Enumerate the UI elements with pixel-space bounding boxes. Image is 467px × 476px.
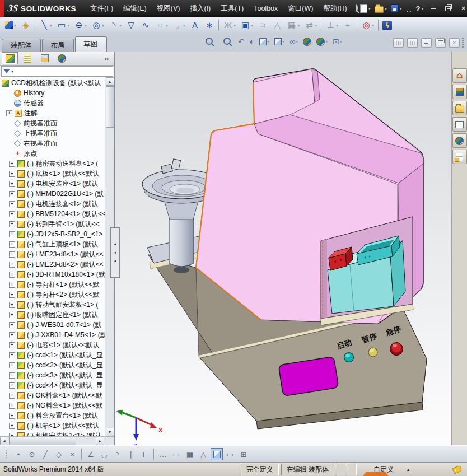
edit-appearance-button[interactable] xyxy=(301,36,313,47)
repair-sketch-button[interactable]: + xyxy=(340,18,355,32)
solidworks-resources-button[interactable]: ⌂ xyxy=(452,68,467,83)
tree-item[interactable]: History xyxy=(0,88,105,98)
tree-item[interactable]: +(-) 导向杆<1> (默认<<默 xyxy=(0,279,105,290)
view-orientation-button[interactable]: ▾ xyxy=(258,37,271,46)
taskpane-grip[interactable] xyxy=(462,38,464,48)
propertymanager-tab[interactable] xyxy=(19,52,35,64)
expand-icon[interactable]: + xyxy=(9,282,15,288)
viewport-pane-button[interactable]: ▭ xyxy=(224,448,236,460)
tree-item[interactable]: +(-) 电机连接套<1> (默认 xyxy=(0,199,105,209)
menu-item-1[interactable]: 编辑(E) xyxy=(118,0,152,17)
tree-item[interactable]: +(-) MHMD022G1U<1> (默认 xyxy=(0,189,105,199)
tree-item[interactable]: +(-) NG料盒<1> (默认<<默 xyxy=(0,400,105,410)
point-button[interactable]: ∗ xyxy=(202,18,217,32)
text-button[interactable]: A xyxy=(188,18,202,32)
previous-view-button[interactable]: ↶ xyxy=(236,36,246,47)
design-library-button[interactable] xyxy=(452,85,467,99)
tree-item[interactable]: +原点 xyxy=(0,148,105,158)
open-document[interactable]: ▾ xyxy=(375,4,387,13)
parallel-snap-button[interactable]: ∥ xyxy=(125,448,137,460)
start-button[interactable] xyxy=(344,353,354,362)
estop-button[interactable] xyxy=(390,343,403,356)
minimize-button[interactable] xyxy=(427,4,438,13)
tree-item[interactable]: +(-) ccd<2> (默认<默认_显 xyxy=(0,360,105,370)
expand-icon[interactable]: + xyxy=(9,231,15,237)
scroll-left-button[interactable]: ◂ xyxy=(0,437,8,445)
scroll-up-button[interactable]: ▴ xyxy=(106,77,114,86)
view-palette-button[interactable]: → xyxy=(452,117,467,132)
expand-icon[interactable]: + xyxy=(9,372,15,379)
line-snap-button[interactable]: ╱ xyxy=(39,448,52,460)
tree-item[interactable]: +(-) LME23-d8<2> (默认<< xyxy=(0,259,105,269)
expand-icon[interactable]: + xyxy=(9,211,15,217)
expand-icon[interactable]: + xyxy=(9,423,15,429)
expand-icon[interactable]: + xyxy=(6,110,12,116)
center-snap-button[interactable]: ⊙ xyxy=(26,448,38,460)
line-button[interactable]: ╲▾ xyxy=(37,18,54,32)
expand-icon[interactable]: + xyxy=(9,201,15,207)
chevron-down-icon[interactable]: ▾ xyxy=(119,23,122,28)
menu-item-2[interactable]: 视图(V) xyxy=(152,0,185,17)
chevron-down-icon[interactable]: ▾ xyxy=(400,6,402,11)
tab-布局[interactable]: 布局 xyxy=(42,39,74,52)
spline-button[interactable]: ∿ xyxy=(138,18,153,32)
tangent-snap-button[interactable]: ◡ xyxy=(98,448,110,460)
tree-item[interactable]: 前视基准面 xyxy=(0,118,105,128)
menu-item-6[interactable]: 窗口(W) xyxy=(283,0,318,17)
chevron-down-icon[interactable]: ▾ xyxy=(233,23,236,28)
tree-item[interactable]: 右视基准面 xyxy=(0,138,105,148)
featuremanager-tree-tab[interactable] xyxy=(2,52,18,64)
panel-splitter[interactable]: ◂◂◂ xyxy=(110,227,120,278)
doc-minimize-button[interactable] xyxy=(421,38,432,48)
expand-icon[interactable]: + xyxy=(9,221,15,227)
chevron-down-icon[interactable]: ▾ xyxy=(282,39,284,44)
expand-icon[interactable]: + xyxy=(9,292,15,298)
chevron-down-icon[interactable]: ▾ xyxy=(368,6,371,11)
chevron-down-icon[interactable]: ▾ xyxy=(325,39,328,44)
menu-item-3[interactable]: 插入(I) xyxy=(185,0,216,17)
angle-grid-button[interactable]: △ xyxy=(197,448,209,460)
tree-item[interactable]: +(-) J-XXB01-D4-M5<1> (默 xyxy=(0,330,105,340)
search-icon[interactable] xyxy=(356,4,358,12)
tab-装配体[interactable]: 装配体 xyxy=(2,39,41,52)
menu-item-4[interactable]: 工具(T) xyxy=(216,0,249,17)
restore-button[interactable] xyxy=(442,4,454,13)
expand-icon[interactable]: + xyxy=(9,181,15,187)
configurationmanager-tab[interactable] xyxy=(36,52,53,64)
viewport-grid-button[interactable]: ⊞ xyxy=(237,448,250,460)
tree-item[interactable]: +(-) 底板<1> (默认<<默认 xyxy=(0,169,105,179)
expand-icon[interactable]: + xyxy=(9,403,15,409)
tree-item[interactable]: +(-) LME23-d8<1> (默认<< xyxy=(0,249,105,259)
tree-item[interactable]: +(-) 转动气缸安装板<1> ( xyxy=(0,300,105,310)
corner-rectangle-button[interactable]: ▭▾ xyxy=(54,18,72,32)
graphics-area[interactable]: 启动 暂停 急停 Y X Z xyxy=(115,52,451,445)
expand-icon[interactable]: + xyxy=(9,342,15,348)
display-style-button[interactable]: ▾ xyxy=(273,37,286,46)
trim-entities-button[interactable]: Ж▾ xyxy=(221,18,238,32)
tree-item[interactable]: +(-) 电容<1> (默认<<默认 xyxy=(0,340,105,350)
chevron-down-icon[interactable]: ▾ xyxy=(183,23,185,28)
offset-entities-button[interactable]: ⊃ xyxy=(255,18,270,32)
tag-icon[interactable] xyxy=(452,465,462,474)
chevron-down-icon[interactable]: ▾ xyxy=(336,23,338,28)
tree-item[interactable]: +(-) 精密震动送料盘<1> ( xyxy=(0,158,105,169)
chevron-down-icon[interactable]: ▾ xyxy=(50,23,52,28)
tree-item[interactable]: +(-) 导向杆<2> (默认<<默 xyxy=(0,290,105,300)
linear-pattern-button[interactable]: ▦▾ xyxy=(284,18,302,32)
doc-restore-button[interactable] xyxy=(435,38,446,48)
expand-icon[interactable]: + xyxy=(9,161,15,167)
smart-dimension-button[interactable]: ◈ xyxy=(18,18,33,32)
tree-item[interactable]: +(-) ccd<3> (默认<默认_显 xyxy=(0,370,105,380)
straight-slot-button[interactable]: ⊖▾ xyxy=(72,18,89,32)
tree-item[interactable]: +(-) J-WES01-d0.7<1> (默 xyxy=(0,320,105,330)
tree-item[interactable]: +(-) ccd<1> (默认<默认_显 xyxy=(0,350,105,360)
tree-item[interactable]: +(-) ccd<4> (默认<默认_显 xyxy=(0,380,105,390)
file-explorer-button[interactable] xyxy=(452,101,467,115)
help-button[interactable]: ?▾ xyxy=(416,4,424,13)
tab-草图[interactable]: 草图 xyxy=(75,36,107,52)
expand-icon[interactable]: + xyxy=(9,413,15,419)
sketch-fillet-button[interactable]: ◞▾ xyxy=(170,18,188,32)
chevron-down-icon[interactable]: ▾ xyxy=(297,23,300,28)
pause-button[interactable] xyxy=(368,348,377,357)
sketch-point-snap-button[interactable]: • xyxy=(12,448,25,460)
